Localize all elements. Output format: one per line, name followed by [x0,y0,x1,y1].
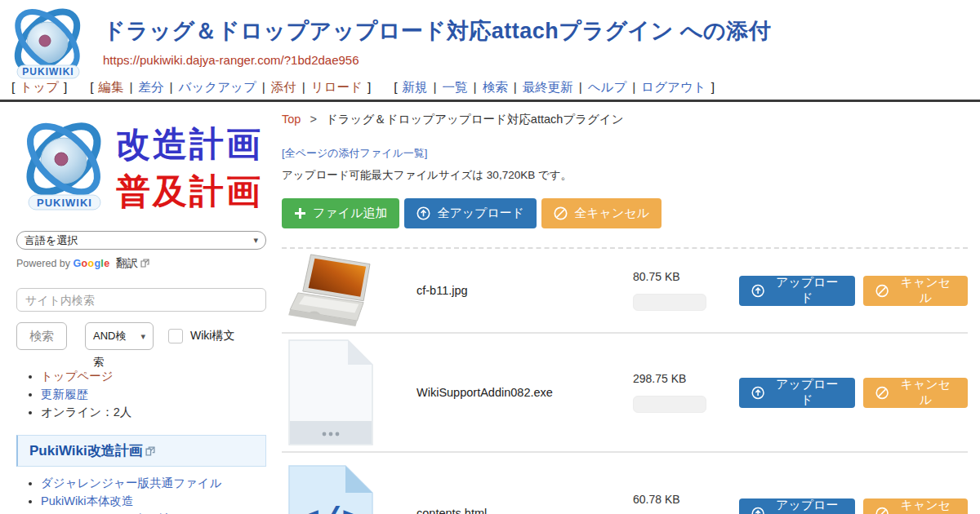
online-count-text: オンライン：2人 [41,405,131,419]
pukiwiki-atom-logo-icon: PUKIWIKI [7,3,88,82]
breadcrumb-current: ドラッグ＆ドロップアップロード対応attachプラグイン [326,113,624,126]
ban-circle-icon [875,284,889,298]
language-select[interactable]: 言語を選択 ▾ [16,231,266,250]
list-item: トップページ [41,368,270,385]
file-row: </> cf-b11.jpg 80.75 KB アップロード キャンセル [282,249,968,334]
file-icon-cell: </> [282,465,416,514]
cancel-all-button[interactable]: 全キャンセル [541,198,662,228]
cancel-button[interactable]: キャンセル [863,276,968,306]
file-row: </> WikiSupportAddin082.exe 298.75 KB アッ… [282,334,968,453]
nav-link[interactable]: 検索 [483,80,508,94]
nav-link[interactable]: 差分 [139,80,164,94]
nav-link[interactable]: 新規 [403,80,428,94]
file-actions: アップロード キャンセル [739,498,968,514]
page-url-link[interactable]: https://pukiwiki.dajya-ranger.com/?1bd2d… [103,53,359,67]
svg-text:</>: </> [298,502,363,514]
nav-link[interactable]: ヘルプ [588,80,627,94]
nav-link[interactable]: 編集 [99,80,124,94]
list-item: 更新履歴 [41,386,270,403]
kaizo-text: 改造計画 [116,125,263,163]
nav-link[interactable]: ログアウト [641,80,706,94]
page-title: ドラッグ＆ドロップアップロード対応attachプラグイン への添付 [103,16,771,46]
google-logo-text: Google [74,258,110,269]
file-meta: 60.78 KB [633,493,723,514]
upload-file-list: </> cf-b11.jpg 80.75 KB アップロード キャンセル [282,247,968,514]
nav-link[interactable]: トップ [20,80,59,94]
pukiwiki-kaizo-link[interactable]: PukiWiki改造計画 [29,443,143,459]
upload-button[interactable]: アップロード [739,276,855,306]
sidebar-plugin-link[interactable]: PukiWiki本体改造 [41,494,134,507]
sidebar-plugin-link[interactable]: ダジャレンジャー版共通ファイル [41,476,221,490]
kaizo-keikaku-banner: PUKIWIKI 改造計画 普及計画 [16,117,268,216]
chevron-down-icon: ▾ [253,232,258,249]
file-name: cf-b11.jpg [416,284,633,297]
svg-text:PUKIWIKI: PUKIWIKI [37,197,92,209]
cancel-button[interactable]: キャンセル [863,498,968,514]
code-file-icon: </> [288,465,373,514]
main-content: Top > ドラッグ＆ドロップアップロード対応attachプラグイン [全ページ… [270,102,968,514]
upload-circle-icon [751,507,764,514]
upload-button[interactable]: アップロード [739,378,855,408]
nav-group: [編集|差分|バックアップ|添付|リロード] [85,80,376,94]
list-item: ダジャレンジャー版共通ファイル [41,475,270,492]
file-row: </> contents.html 60.78 KB アップロード キャンセル [282,453,968,514]
ban-circle-icon [554,206,568,220]
external-link-icon [140,259,149,268]
file-size: 298.75 KB [633,372,723,385]
wiki-syntax-label: Wiki構文 [190,329,234,343]
nav-link[interactable]: バックアップ [179,80,256,94]
sidebar-quick-link[interactable]: 更新履歴 [41,388,88,401]
upload-circle-icon [416,206,430,220]
chevron-down-icon: ▾ [140,323,145,349]
file-meta: 80.75 KB [633,270,723,311]
file-icon-cell: </> [282,339,416,445]
sidebar-section-heading: PukiWiki改造計画 [16,435,266,467]
file-name: WikiSupportAddin082.exe [416,386,633,399]
nav-link[interactable]: 一覧 [443,80,468,94]
plus-icon [294,207,306,219]
fukyu-text: 普及計画 [116,172,263,210]
all-pages-attach-list-link[interactable]: [全ページの添付ファイル一覧] [282,146,427,161]
upload-circle-icon [751,386,764,400]
add-file-button[interactable]: ファイル追加 [282,198,399,228]
file-actions: アップロード キャンセル [739,276,968,306]
search-mode-select[interactable]: AND検索 ▾ [85,322,154,350]
site-search-input[interactable] [16,288,266,312]
upload-progress-bar [633,294,706,311]
upload-circle-icon [751,284,764,298]
top-nav: [トップ][編集|差分|バックアップ|添付|リロード][新規|一覧|検索|最終更… [7,79,733,96]
ban-circle-icon [875,386,889,400]
nav-link[interactable]: リロード [311,80,363,94]
upload-all-button[interactable]: 全アップロード [404,198,537,228]
laptop-thumbnail [288,253,376,328]
sidebar-links: ダジャレンジャー版共通ファイルPukiWiki本体改造PukiWikiテキスト表… [41,475,270,514]
nav-link[interactable]: 添付 [271,80,296,94]
file-size: 80.75 KB [633,270,723,283]
sidebar: PUKIWIKI 改造計画 普及計画 言語を選択 ▾ Powered by Go… [16,102,270,514]
breadcrumb-top-link[interactable]: Top [282,113,301,126]
generic-file-icon [288,339,373,445]
search-button[interactable]: 検索 [16,322,67,350]
file-actions: アップロード キャンセル [739,378,968,408]
ban-circle-icon [875,507,889,514]
nav-group: [トップ] [7,80,72,94]
site-header: PUKIWIKI ドラッグ＆ドロップアップロード対応attachプラグイン への… [0,0,980,102]
upload-button[interactable]: アップロード [739,498,855,514]
breadcrumb: Top > ドラッグ＆ドロップアップロード対応attachプラグイン [282,112,968,127]
nav-link[interactable]: 最終更新 [523,80,573,94]
file-size: 60.78 KB [633,493,723,506]
cancel-button[interactable]: キャンセル [863,378,968,408]
file-name: contents.html [416,507,633,514]
google-translate-attribution: Powered by Google 翻訳 [16,256,270,271]
upload-progress-bar [633,396,706,413]
external-link-icon [145,446,155,456]
file-meta: 298.75 KB [633,372,723,413]
file-icon-cell: </> [282,253,416,328]
max-upload-size-text: アップロード可能最大ファイルサイズは 30,720KB です。 [282,168,968,183]
nav-group: [新規|一覧|検索|最終更新|ヘルプ|ログアウト] [389,80,719,94]
wiki-syntax-checkbox[interactable] [168,329,183,343]
list-item: PukiWiki本体改造 [41,493,270,510]
list-item: オンライン：2人 [41,404,270,421]
upload-toolbar: ファイル追加 全アップロード 全キャンセル [282,198,968,228]
svg-text:PUKIWIKI: PUKIWIKI [22,66,74,78]
